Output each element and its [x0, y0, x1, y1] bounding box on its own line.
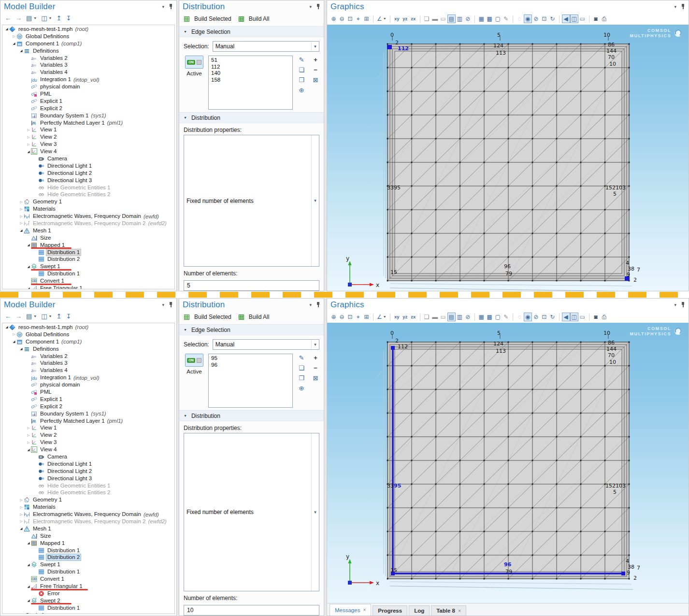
tree-item-distribution-1[interactable]: Distribution 1 [2, 568, 174, 575]
snapshot-camera-button[interactable]: ◙ [592, 313, 600, 321]
scene-slab-dark-button[interactable]: ▬ [431, 14, 439, 23]
hide-selected-button[interactable]: ⊘ [532, 14, 540, 23]
panel-menu-chevron-icon[interactable]: ▾ [674, 303, 676, 307]
tree-item-mesh-1[interactable]: ◢Mesh 1 [2, 525, 174, 532]
go-to-default-view-button[interactable]: ∠▼ [376, 14, 388, 23]
tree-item-size[interactable]: Size [2, 234, 174, 242]
tree-item-directional-light-2[interactable]: Directional Light 2 [2, 468, 174, 475]
expand-arrow-closed-icon[interactable]: ▷ [26, 135, 31, 140]
tree-item-boundary-system-1[interactable]: Boundary System 1(sys1) [2, 112, 174, 119]
deselect-all-button[interactable]: ⊠ [313, 375, 318, 381]
expand-arrow-closed-icon[interactable]: ▷ [19, 498, 24, 502]
edge-selection-section-header[interactable]: ▼ Edge Selection [179, 26, 324, 37]
tree-item-global-definitions[interactable]: ▷Global Definitions [2, 33, 174, 40]
model-tree-node-settings-button[interactable]: ▤▼ [26, 15, 37, 22]
build-all-button[interactable]: Build All [238, 314, 270, 320]
tree-item-variables-4[interactable]: a=Variables 4 [2, 367, 174, 374]
zoom-out-button[interactable]: ⊖ [338, 14, 346, 23]
tree-item-hide-geometric-entities-1[interactable]: Hide Geometric Entities 1 [2, 184, 174, 191]
zoom-in-button[interactable]: ⊕ [330, 313, 338, 321]
move-down-button[interactable]: ↧ [66, 313, 71, 320]
view-zx-button[interactable]: zx [409, 14, 417, 23]
sound-button[interactable]: ◀ [562, 313, 570, 321]
tab-messages[interactable]: Messages× [330, 604, 371, 616]
panel-menu-chevron-icon[interactable]: ▾ [309, 303, 312, 307]
view-yz-button[interactable]: yz [401, 313, 409, 321]
expand-arrow-open-icon[interactable]: ◢ [26, 598, 31, 603]
view-unhidden-only-button[interactable]: ◉ [524, 313, 532, 321]
wireframe-rendering-button[interactable]: ▤ [447, 313, 456, 321]
move-up-button[interactable]: ↥ [56, 15, 61, 22]
tree-item-geometry-1[interactable]: ▷Geometry 1 [2, 198, 174, 205]
tree-item-hide-geometric-entities-2[interactable]: Hide Geometric Entities 2 [2, 489, 174, 496]
deselect-box-button[interactable]: ✎ [502, 313, 510, 321]
tree-item-pml[interactable]: PML [2, 90, 174, 98]
zoom-box-button[interactable]: ⊡ [346, 14, 354, 23]
tree-item-view-3[interactable]: ▷View 3 [2, 439, 174, 446]
tree-item-directional-light-1[interactable]: Directional Light 1 [2, 460, 174, 468]
copy-selection-button[interactable]: ❏ [299, 67, 304, 73]
tree-item-electromagnetic-waves-frequency-domain-2[interactable]: ▷*Electromagnetic Waves, Frequency Domai… [2, 518, 174, 525]
zoom-to-selection-button[interactable]: ⊞ [362, 14, 371, 23]
deselect-box-button[interactable]: ✎ [502, 14, 510, 23]
graphics-canvas[interactable]: yx05102112124113861447010339515210351596… [327, 25, 689, 291]
create-selection-button[interactable]: ✎ [299, 57, 304, 63]
tree-item-definitions[interactable]: ◢Definitions [2, 345, 174, 353]
tree-item-mapped-1[interactable]: ◢Mapped 1 [2, 242, 174, 249]
panel-menu-chevron-icon[interactable]: ▾ [309, 5, 312, 9]
expand-arrow-closed-icon[interactable]: ▷ [19, 200, 24, 204]
expand-arrow-closed-icon[interactable]: ▷ [26, 128, 31, 132]
distribution-properties-combobox[interactable]: Fixed number of elements ▼ [184, 135, 319, 267]
tree-item-size[interactable]: Size [2, 532, 174, 540]
forward-button[interactable]: → [15, 313, 22, 320]
selection-entity[interactable]: 112 [211, 64, 290, 71]
distribution-section-header[interactable]: ▼ Distribution [179, 410, 324, 421]
remove-from-selection-button[interactable]: − [314, 365, 317, 371]
wireframe-rendering-button[interactable]: ▤ [447, 14, 456, 23]
tree-item-reso-mesh-test-1-mph[interactable]: ◢reso-mesh-test-1.mph(root) [2, 324, 174, 331]
expand-arrow-open-icon[interactable]: ◢ [4, 325, 9, 329]
tree-item-distribution-1[interactable]: Distribution 1 [2, 547, 174, 554]
scene-slab-button[interactable]: ▭ [439, 14, 447, 23]
zoom-to-selection-button[interactable]: ⊕ [299, 87, 304, 93]
tree-item-view-2[interactable]: ▷View 2 [2, 133, 174, 141]
copy-selection-button[interactable]: ❏ [299, 365, 304, 371]
tree-item-explicit-2[interactable]: Explicit 2 [2, 105, 174, 112]
back-button[interactable]: ← [5, 313, 11, 320]
scene-color-button[interactable]: ▩ [486, 313, 494, 321]
zoom-extents-button[interactable]: ⌖ [354, 14, 362, 23]
zoom-to-selection-button[interactable]: ⊕ [299, 385, 304, 391]
show-toggle-button[interactable]: ◫▼ [41, 15, 52, 22]
tree-item-reso-mesh-test-1-mph[interactable]: ◢reso-mesh-test-1.mph(root) [2, 26, 174, 33]
number-of-elements-input[interactable]: 10 [184, 605, 319, 616]
edge-selection-section-header[interactable]: ▼ Edge Selection [179, 324, 324, 335]
active-toggle[interactable]: ON [185, 56, 203, 69]
tree-item-materials[interactable]: ▷Materials [2, 503, 174, 511]
zoom-extents-button[interactable]: ⌖ [354, 313, 362, 321]
print-button[interactable]: ⎙ [600, 313, 608, 321]
zoom-box-button[interactable]: ⊡ [346, 313, 354, 321]
expand-arrow-closed-icon[interactable]: ▷ [12, 332, 16, 337]
tree-item-free-triangular-1[interactable]: ◢×Free Triangular 1 [2, 285, 174, 289]
tree-item-pml[interactable]: PML [2, 388, 174, 396]
tab-table-8[interactable]: Table 8× [431, 605, 466, 616]
tree-item-mesh-1[interactable]: ◢Mesh 1 [2, 227, 174, 234]
tree-item-view-1[interactable]: ▷View 1 [2, 424, 174, 431]
expand-arrow-closed-icon[interactable]: ▷ [19, 519, 24, 524]
tree-item-variables-3[interactable]: a=Variables 3 [2, 61, 174, 69]
close-icon[interactable]: × [458, 608, 461, 614]
close-icon[interactable]: × [363, 607, 366, 613]
paste-selection-button[interactable]: ❒ [299, 77, 304, 83]
expand-arrow-open-icon[interactable]: ◢ [4, 27, 9, 31]
build-selected-button[interactable]: Build Selected [184, 314, 231, 320]
expand-arrow-closed-icon[interactable]: ▷ [19, 505, 24, 510]
tree-item-component-1[interactable]: ◢Component 1(comp1) [2, 338, 174, 345]
tree-item-electromagnetic-waves-frequency-domain[interactable]: ▷Electromagnetic Waves, Frequency Domain… [2, 511, 174, 518]
expand-arrow-open-icon[interactable]: ◢ [26, 541, 31, 545]
scene-cubes-button[interactable]: ❏ [423, 14, 431, 23]
tree-item-error[interactable]: Error [2, 590, 174, 597]
expand-arrow-open-icon[interactable]: ◢ [26, 286, 31, 290]
remove-from-selection-button[interactable]: − [314, 67, 317, 73]
expand-arrow-closed-icon[interactable]: ▷ [26, 426, 31, 430]
tree-item-directional-light-2[interactable]: Directional Light 2 [2, 170, 174, 177]
